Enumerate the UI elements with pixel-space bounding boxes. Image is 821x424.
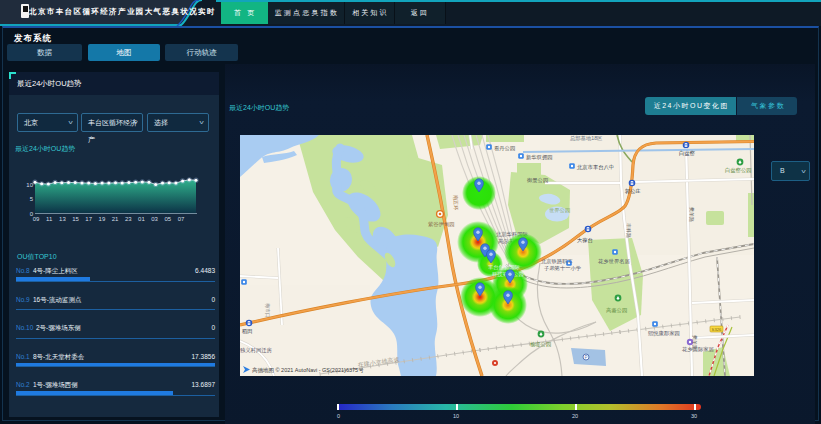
svg-text:21: 21: [112, 216, 119, 222]
svg-text:11: 11: [46, 216, 53, 222]
svg-text:樊羊路: 樊羊路: [692, 335, 698, 350]
svg-text:P: P: [584, 355, 587, 360]
svg-text:高鑫公园: 高鑫公园: [606, 307, 627, 314]
svg-text:丰台创新国际: 丰台创新国际: [488, 264, 520, 271]
svg-text:高德地图 © 2021 AutoNavi - GS(2021: 高德地图 © 2021 AutoNavi - GS(2021)6375号: [252, 367, 364, 374]
svg-text:13: 13: [59, 216, 66, 222]
svg-text:17: 17: [85, 216, 92, 222]
svg-text:01: 01: [138, 216, 145, 222]
svg-text:03: 03: [151, 216, 158, 222]
svg-text:世界公园: 世界公园: [549, 207, 570, 214]
svg-text:稻田: 稻田: [242, 328, 253, 335]
svg-text:大葆台: 大葆台: [577, 237, 593, 244]
svg-text:独义村回迁房: 独义村回迁房: [240, 347, 272, 354]
svg-text:子弟第十一小学: 子弟第十一小学: [544, 265, 581, 272]
svg-text:榆堤公园: 榆堤公园: [530, 341, 551, 348]
svg-text:南五环: 南五环: [453, 195, 459, 210]
svg-text:北京铁路职工: 北京铁路职工: [540, 258, 573, 265]
svg-text:樊羊路: 樊羊路: [689, 207, 695, 222]
svg-text:花乡世界名居: 花乡世界名居: [598, 258, 630, 265]
svg-text:御景公园: 御景公园: [526, 177, 548, 184]
svg-text:梅市口: 梅市口: [264, 303, 271, 318]
svg-text:白盆窑公园: 白盆窑公园: [725, 167, 751, 174]
svg-text:5: 5: [30, 196, 34, 202]
svg-text:北京市丰台八中: 北京市丰台八中: [576, 164, 614, 171]
svg-text:郭公庄: 郭公庄: [625, 188, 641, 195]
svg-text:09: 09: [33, 216, 40, 222]
svg-text:19: 19: [99, 216, 106, 222]
svg-text:05: 05: [164, 216, 171, 222]
svg-text:新华双拥园: 新华双拥园: [526, 154, 552, 161]
svg-text:熙悦康郡家园: 熙悦康郡家园: [648, 330, 680, 337]
svg-text:15: 15: [72, 216, 79, 222]
svg-text:紫谷伊甸园: 紫谷伊甸园: [428, 221, 454, 228]
svg-text:07: 07: [178, 216, 185, 222]
svg-text:丰科路: 丰科路: [626, 223, 632, 238]
svg-text:23: 23: [125, 216, 132, 222]
svg-text:总部基地18区: 总部基地18区: [569, 135, 603, 142]
svg-text:S326: S326: [712, 327, 722, 332]
svg-text:白盆窑: 白盆窑: [679, 150, 696, 156]
svg-text:看丹公园: 看丹公园: [494, 145, 515, 152]
